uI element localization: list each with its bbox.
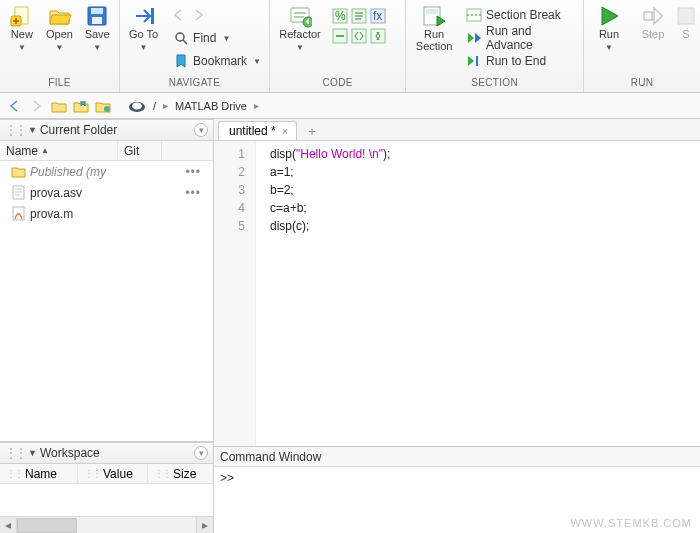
svg-rect-19 [467,9,481,21]
run-section-button[interactable]: Run Section [410,2,458,54]
code-area[interactable]: disp("Hello World! \n");a=1;b=2;c=a+b;di… [256,141,700,446]
goto-button[interactable]: Go To ▼ [124,2,163,54]
command-window-header[interactable]: Command Window [214,447,700,467]
scroll-left-icon[interactable]: ◂ [0,517,17,534]
address-bar: / ▸ MATLAB Drive ▸ [0,93,700,119]
new-file-icon [10,4,34,28]
code-editor[interactable]: 12345 disp("Hello World! \n");a=1;b=2;c=… [214,141,700,446]
chevron-down-icon: ▼ [605,43,613,52]
workspace-header[interactable]: ⋮⋮ ▼ Workspace ▾ [0,442,213,464]
ws-col-name[interactable]: ⋮⋮Name [0,464,78,483]
chevron-down-icon: ▼ [296,43,304,52]
folder-nav1-icon[interactable] [50,97,68,115]
section-break-button[interactable]: Section Break [462,4,579,26]
editor-tab[interactable]: untitled * × [218,121,297,140]
step-button[interactable]: Step [632,2,674,43]
run-section-icon [422,4,446,28]
code-tool6-icon[interactable] [370,28,386,44]
save-icon [85,4,109,28]
save-button[interactable]: Save ▼ [79,2,115,54]
more-icon[interactable]: ••• [185,165,201,179]
stop-button-clipped[interactable]: S [676,2,696,43]
ribbon-group-file: New ▼ Open ▼ Save ▼ FILE [0,0,120,92]
ribbon-group-navigate: Go To ▼ Find ▼ Bookmark ▼ [120,0,270,92]
folder-nav3-icon[interactable] [94,97,112,115]
code-tool4-icon[interactable] [332,28,348,44]
ws-col-value[interactable]: ⋮⋮Value [78,464,148,483]
chevron-down-icon: ▼ [93,43,101,52]
open-button[interactable]: Open ▼ [42,2,78,54]
command-prompt[interactable]: >> WWW.STEMKB.COM [214,467,700,533]
forward-arrow-icon[interactable] [28,97,46,115]
folder-nav2-icon[interactable] [72,97,90,115]
forward-icon [193,7,209,23]
refactor-button[interactable]: Refactor ▼ [274,2,326,54]
run-button[interactable]: Run ▼ [588,2,630,54]
close-tab-icon[interactable]: × [282,125,288,137]
ribbon-group-code: Refactor ▼ % fx CODE [270,0,406,92]
list-item[interactable]: prova.asv ••• [0,182,213,203]
more-icon[interactable]: ••• [185,186,201,200]
scrollbar-thumb[interactable] [17,518,77,533]
col-name[interactable]: Name ▲ [0,141,118,160]
svg-rect-20 [476,56,478,66]
horizontal-scrollbar[interactable]: ◂ ▸ [0,516,213,533]
find-button[interactable]: Find ▼ [169,27,265,49]
panel-options-icon[interactable]: ▾ [194,446,208,460]
list-item[interactable]: prova.m [0,203,213,224]
new-button[interactable]: New ▼ [4,2,40,54]
scroll-right-icon[interactable]: ▸ [196,517,213,534]
ribbon: New ▼ Open ▼ Save ▼ FILE [0,0,700,93]
col-blank [162,141,213,160]
run-to-end-icon [466,53,482,69]
current-folder-header[interactable]: ⋮⋮ ▼ Current Folder ▾ [0,119,213,141]
svg-rect-16 [371,29,385,43]
svg-rect-15 [352,29,366,43]
code-tool5-icon[interactable] [351,28,367,44]
workspace-columns: ⋮⋮Name ⋮⋮Value ⋮⋮Size [0,464,213,484]
command-window: Command Window >> WWW.STEMKB.COM [214,446,700,533]
run-icon [597,4,621,28]
chevron-down-icon: ▼ [28,448,37,458]
list-item[interactable]: Published (my ••• [0,161,213,182]
folder-icon [10,164,26,180]
svg-point-24 [132,102,142,109]
run-to-end-button[interactable]: Run to End [462,50,579,72]
stop-icon [676,4,696,28]
svg-rect-4 [92,17,102,24]
nav-back-forward[interactable] [169,4,265,26]
goto-icon [132,4,156,28]
back-arrow-icon[interactable] [6,97,24,115]
code-tool1-icon[interactable]: % [332,8,348,24]
bookmark-button[interactable]: Bookmark ▼ [169,50,265,72]
code-tool3-icon[interactable]: fx [370,8,386,24]
chevron-down-icon: ▼ [140,43,148,52]
ribbon-group-run: Run ▼ Step S RUN [584,0,700,92]
svg-text:fx: fx [373,9,382,23]
file-icon [10,185,26,201]
svg-point-22 [104,106,110,112]
ws-col-size[interactable]: ⋮⋮Size [148,464,213,483]
svg-point-6 [176,33,184,41]
back-icon [173,7,189,23]
editor-tabs: untitled * × + [214,119,700,141]
svg-rect-5 [151,8,154,24]
folder-columns: Name ▲ Git [0,141,213,161]
path-drive[interactable]: MATLAB Drive [172,100,250,112]
run-advance-button[interactable]: Run and Advance [462,27,579,49]
mfile-icon [10,206,26,222]
refactor-icon [288,4,312,28]
add-tab-button[interactable]: + [303,122,321,140]
col-git[interactable]: Git [118,141,162,160]
chevron-down-icon: ▼ [222,34,230,43]
path-root[interactable]: / [150,100,159,112]
code-tool2-icon[interactable] [351,8,367,24]
gutter: 12345 [214,141,256,446]
chevron-down-icon: ▼ [18,43,26,52]
watermark: WWW.STEMKB.COM [570,517,692,529]
chevron-down-icon: ▼ [56,43,64,52]
cloud-icon[interactable] [128,97,146,115]
panel-options-icon[interactable]: ▾ [194,123,208,137]
workspace-panel: ⋮⋮ ▼ Workspace ▾ ⋮⋮Name ⋮⋮Value ⋮⋮Size [0,441,213,516]
search-icon [173,30,189,46]
